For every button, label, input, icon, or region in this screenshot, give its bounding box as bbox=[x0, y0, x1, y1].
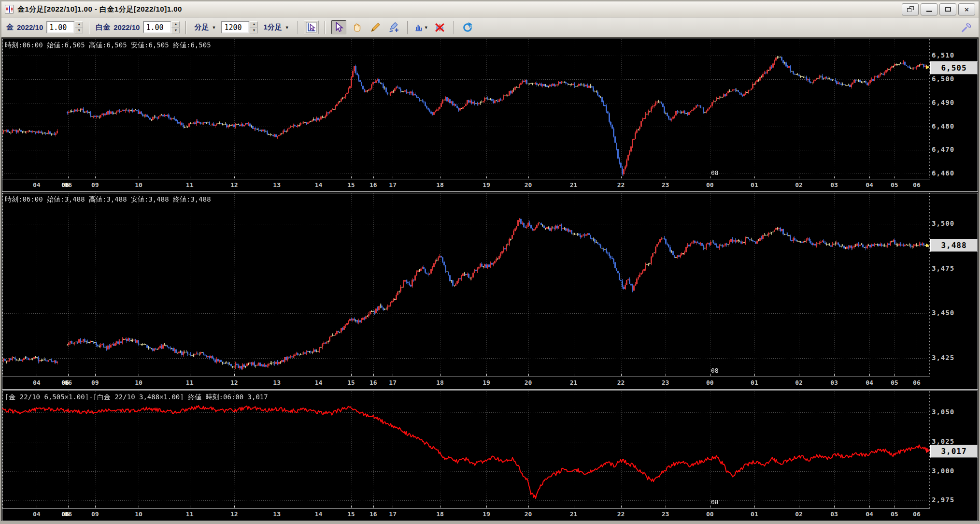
select-tool-button[interactable] bbox=[331, 20, 346, 34]
platinum-chart-panel: 時刻:06:00 始値:3,488 高値:3,488 安値:3,488 終値:3… bbox=[2, 193, 978, 390]
spread-info-line: [金 22/10 6,505×1.00]-[白金 22/10 3,488×1.0… bbox=[5, 393, 268, 402]
price-tick-label: 6,460 bbox=[932, 169, 954, 177]
toolbar-separator bbox=[453, 21, 454, 34]
chart-area: 時刻:06:00 始値:6,505 高値:6,505 安値:6,505 終値:6… bbox=[1, 38, 979, 521]
toolbar-separator bbox=[89, 21, 90, 34]
gold-price-box: 6,505 bbox=[930, 61, 978, 74]
time-tick-label: 22 bbox=[617, 379, 625, 386]
time-tick-label: 05 bbox=[891, 510, 898, 518]
platinum-candle-chart[interactable] bbox=[2, 193, 930, 376]
bar-count-up-button[interactable]: ▲ bbox=[250, 21, 258, 28]
refresh-icon: R bbox=[462, 22, 473, 33]
time-tick-label: 22 bbox=[617, 510, 625, 518]
time-tick-label: 02 bbox=[795, 181, 803, 189]
price-tick-label: 3,025 bbox=[932, 437, 954, 445]
pencil-icon bbox=[370, 22, 381, 33]
time-tick-label: 06 bbox=[913, 510, 921, 518]
time-tick-label: 09 bbox=[91, 181, 99, 189]
time-tick-label: 15 bbox=[347, 379, 355, 386]
spread-time-axis: 0406060910111213141516171819202122230001… bbox=[2, 508, 930, 521]
time-tick-label: 09 bbox=[91, 379, 99, 386]
toolbar-separator bbox=[185, 21, 186, 34]
gold-ratio-input[interactable] bbox=[46, 21, 74, 33]
spread-plot: [金 22/10 6,505×1.00]-[白金 22/10 3,488×1.0… bbox=[2, 391, 930, 521]
gold-time-axis: 0406060910111213141516171819202122230001… bbox=[2, 179, 930, 191]
bar-count-down-button[interactable]: ▼ bbox=[250, 28, 258, 34]
pan-tool-button[interactable] bbox=[350, 20, 365, 34]
restore-icon bbox=[907, 6, 914, 12]
gold-month-label: 2022/10 bbox=[17, 23, 43, 31]
spread-line-chart[interactable] bbox=[2, 391, 930, 508]
gold-ratio-down-button[interactable]: ▼ bbox=[75, 28, 83, 34]
time-tick-label: 22 bbox=[617, 181, 625, 189]
bar-chart-icon bbox=[414, 22, 423, 33]
minimize-button[interactable] bbox=[921, 3, 937, 15]
platinum-month-label: 2022/10 bbox=[114, 23, 140, 31]
gold-candle-chart[interactable] bbox=[2, 39, 930, 178]
time-tick-label: 16 bbox=[369, 379, 377, 386]
cursor-arrow-icon bbox=[333, 22, 344, 33]
spread-date-label: 08 bbox=[711, 498, 719, 506]
chart-pointer-tool-button[interactable] bbox=[304, 20, 319, 34]
spread-price-box: 3,017 bbox=[930, 445, 978, 458]
gold-date-label: 08 bbox=[711, 169, 719, 176]
price-tick-label: 3,050 bbox=[932, 408, 954, 416]
time-tick-label: 06 bbox=[913, 181, 921, 189]
time-tick-label: 19 bbox=[483, 379, 490, 386]
session-start-label: 06 bbox=[61, 510, 69, 518]
restore-window-button[interactable] bbox=[902, 3, 919, 15]
bar-type-dropdown[interactable]: 分足 ▼ bbox=[192, 21, 218, 33]
time-tick-label: 17 bbox=[389, 510, 397, 518]
toolbar-separator bbox=[325, 21, 326, 34]
clear-chart-tool-button[interactable] bbox=[432, 20, 447, 34]
time-tick-label: 12 bbox=[230, 379, 238, 386]
time-tick-label: 13 bbox=[273, 379, 281, 386]
time-tick-label: 15 bbox=[347, 510, 355, 518]
chevron-down-icon: ▼ bbox=[424, 25, 428, 30]
price-tick-label: 6,480 bbox=[932, 122, 954, 130]
time-tick-label: 21 bbox=[570, 510, 578, 518]
time-tick-label: 12 bbox=[230, 510, 238, 518]
time-tick-label: 20 bbox=[525, 181, 532, 189]
spread-price-axis: 3,017 3,0503,0253,0002,975 bbox=[930, 391, 978, 521]
time-tick-label: 01 bbox=[751, 510, 758, 518]
settings-button[interactable] bbox=[959, 20, 974, 34]
reload-tool-button[interactable]: R bbox=[460, 20, 475, 34]
time-tick-label: 04 bbox=[33, 181, 41, 189]
time-tick-label: 04 bbox=[33, 510, 41, 518]
gold-ratio-up-button[interactable]: ▲ bbox=[75, 21, 83, 28]
bar-count-input[interactable] bbox=[221, 21, 249, 33]
time-tick-label: 23 bbox=[662, 510, 669, 518]
app-candlestick-icon bbox=[5, 5, 14, 14]
price-tick-label: 3,425 bbox=[932, 354, 954, 362]
toolbar-separator bbox=[407, 21, 408, 34]
time-tick-label: 01 bbox=[751, 181, 758, 189]
draw-tool-button[interactable] bbox=[368, 20, 383, 34]
toolbar: 金 2022/10 ▲ ▼ 白金 2022/10 ▲ ▼ 分足 ▼ ▲ ▼ 1分… bbox=[1, 17, 979, 38]
gold-label: 金 bbox=[6, 23, 14, 32]
wrench-icon bbox=[961, 22, 972, 33]
chart-style-dropdown-button[interactable]: ▼ bbox=[414, 20, 429, 34]
close-button[interactable]: × bbox=[958, 3, 975, 15]
platinum-ratio-up-button[interactable]: ▲ bbox=[171, 21, 180, 28]
time-tick-label: 19 bbox=[483, 510, 490, 518]
chart-pointer-icon bbox=[306, 22, 317, 33]
time-tick-label: 00 bbox=[706, 510, 714, 518]
platinum-ratio-input[interactable] bbox=[143, 21, 171, 33]
time-tick-label: 00 bbox=[706, 379, 714, 386]
platinum-ratio-down-button[interactable]: ▼ bbox=[171, 28, 180, 34]
minimize-icon bbox=[926, 11, 932, 12]
time-tick-label: 01 bbox=[751, 379, 758, 386]
session-start-label: 06 bbox=[61, 181, 69, 189]
time-tick-label: 21 bbox=[570, 379, 578, 386]
time-tick-label: 04 bbox=[866, 181, 873, 189]
gold-chart-panel: 時刻:06:00 始値:6,505 高値:6,505 安値:6,505 終値:6… bbox=[2, 39, 978, 192]
interval-dropdown[interactable]: 1分足 ▼ bbox=[261, 21, 291, 33]
maximize-button[interactable] bbox=[939, 3, 956, 15]
time-tick-label: 13 bbox=[273, 510, 281, 518]
platinum-ratio-spinner: ▲ ▼ bbox=[143, 21, 180, 33]
time-tick-label: 00 bbox=[706, 181, 714, 189]
time-tick-label: 12 bbox=[230, 181, 238, 189]
highlight-tool-button[interactable] bbox=[386, 20, 401, 34]
price-tick-label: 6,510 bbox=[932, 51, 954, 59]
